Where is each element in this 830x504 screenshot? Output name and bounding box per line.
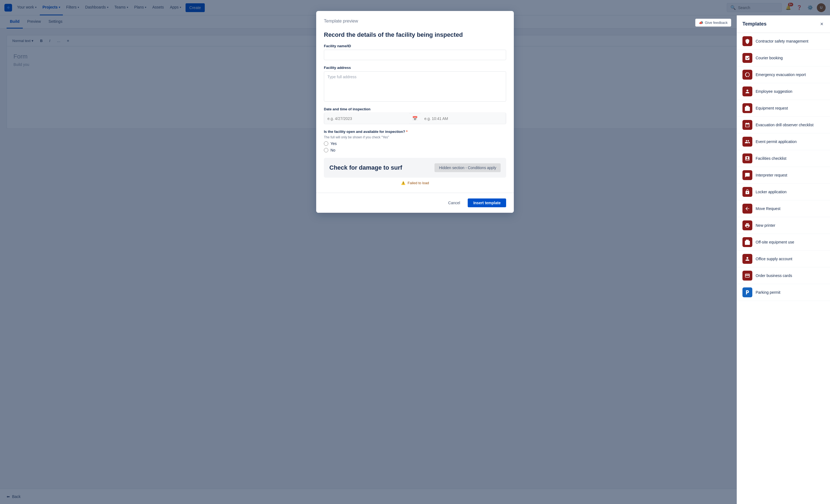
template-icon-off-site-equipment [742,237,752,247]
template-icon-order-business-cards [742,271,752,281]
template-item-employee-suggestion[interactable]: Employee suggestion [737,83,830,100]
give-feedback-button[interactable]: 📣 Give feedback [695,19,731,27]
template-label-interpreter-request: Interpreter request [756,173,787,177]
modal-header-title: Template preview [324,19,506,24]
yes-option[interactable]: Yes [324,141,506,146]
failed-load-indicator: ⚠️ Failed to load [324,181,506,185]
hidden-section: Check for damage to surf Hidden section … [324,158,506,178]
template-label-employee-suggestion: Employee suggestion [756,89,792,94]
modal-content: Record the details of the facility being… [316,31,514,193]
modal-header: Template preview [316,11,514,31]
template-item-locker-application[interactable]: Locker application [737,184,830,200]
template-icon-emergency-evacuation [742,70,752,80]
template-icon-evacuation-drill [742,120,752,130]
template-label-emergency-evacuation: Emergency evacuation report [756,72,806,77]
template-icon-parking-permit [742,287,752,297]
facility-address-field: Facility address Type full address [324,66,506,101]
template-icon-office-supply [742,254,752,264]
datetime-field: Date and time of inspection 📅 [324,107,506,124]
template-label-contractor-safety: Contractor safety management [756,39,808,43]
template-label-office-supply: Office supply account [756,257,792,261]
template-item-order-business-cards[interactable]: Order business cards [737,267,830,284]
template-item-courier-booking[interactable]: Courier booking [737,50,830,66]
template-icon-event-permit [742,137,752,147]
template-icon-interpreter-request [742,170,752,180]
template-item-event-permit[interactable]: Event permit application [737,133,830,150]
warning-icon: ⚠️ [401,181,405,185]
template-icon-courier-booking [742,53,752,63]
yes-no-radio-group: Yes No [324,141,506,152]
template-item-interpreter-request[interactable]: Interpreter request [737,167,830,184]
template-label-locker-application: Locker application [756,190,787,194]
radio-hint: The full will only be shown if you check… [324,135,506,139]
facility-address-container[interactable]: Type full address [324,71,506,101]
template-label-event-permit: Event permit application [756,139,797,144]
facility-open-label: Is the facility open and available for i… [324,130,506,134]
hidden-badge: Hidden section - Conditions apply [435,163,501,172]
templates-header: Templates × [737,15,830,33]
facility-name-label: Facility name/ID [324,44,506,48]
modal-overlay[interactable]: Template preview Record the details of t… [0,0,830,504]
facility-name-field: Facility name/ID [324,44,506,60]
modal-footer: Cancel Insert template [316,193,514,213]
templates-list: Contractor safety management Courier boo… [737,33,830,504]
template-label-facilities-checklist: Facilities checklist [756,156,786,161]
templates-panel: Templates × Contractor safety management… [737,15,830,504]
template-item-equipment-request[interactable]: Equipment request [737,100,830,117]
yes-radio[interactable] [324,141,328,146]
template-item-contractor-safety[interactable]: Contractor safety management [737,33,830,50]
template-label-courier-booking: Courier booking [756,56,783,60]
template-icon-facilities-checklist [742,153,752,163]
templates-panel-title: Templates [742,21,767,27]
modal-section-title: Record the details of the facility being… [324,31,506,38]
required-indicator: * [406,130,408,134]
facility-open-field: Is the facility open and available for i… [324,130,506,152]
cancel-button[interactable]: Cancel [444,198,465,207]
template-item-evacuation-drill[interactable]: Evacuation drill observer checklist [737,117,830,133]
datetime-row: 📅 [324,113,506,124]
template-icon-employee-suggestion [742,87,752,96]
template-label-move-request: Move Request [756,207,780,211]
template-label-evacuation-drill: Evacuation drill observer checklist [756,123,813,127]
template-item-facilities-checklist[interactable]: Facilities checklist [737,150,830,167]
template-icon-contractor-safety [742,36,752,46]
date-input[interactable] [324,114,409,124]
template-item-move-request[interactable]: Move Request [737,200,830,217]
template-item-off-site-equipment[interactable]: Off-site equipment use [737,234,830,251]
template-label-parking-permit: Parking permit [756,290,780,294]
template-label-new-printer: New printer [756,223,775,227]
facility-address-label: Facility address [324,66,506,70]
template-icon-move-request [742,204,752,214]
template-label-order-business-cards: Order business cards [756,274,792,278]
template-label-off-site-equipment: Off-site equipment use [756,240,794,244]
time-input[interactable] [421,114,506,124]
template-item-office-supply[interactable]: Office supply account [737,251,830,267]
template-label-equipment-request: Equipment request [756,106,788,111]
no-option[interactable]: No [324,148,506,152]
facility-address-placeholder: Type full address [327,75,356,79]
template-item-parking-permit[interactable]: Parking permit [737,284,830,301]
template-icon-new-printer [742,220,752,230]
megaphone-icon: 📣 [699,21,703,25]
no-radio[interactable] [324,148,328,152]
template-icon-equipment-request [742,103,752,113]
datetime-label: Date and time of inspection [324,107,506,111]
close-templates-button[interactable]: × [819,20,825,28]
insert-template-button[interactable]: Insert template [468,198,506,207]
calendar-icon: 📅 [409,113,421,124]
template-item-new-printer[interactable]: New printer [737,217,830,234]
template-preview-modal: Template preview Record the details of t… [316,11,514,213]
facility-name-input[interactable] [324,50,506,60]
template-item-emergency-evacuation[interactable]: Emergency evacuation report [737,66,830,83]
template-icon-locker-application [742,187,752,197]
hidden-section-title: Check for damage to surf [329,164,432,171]
